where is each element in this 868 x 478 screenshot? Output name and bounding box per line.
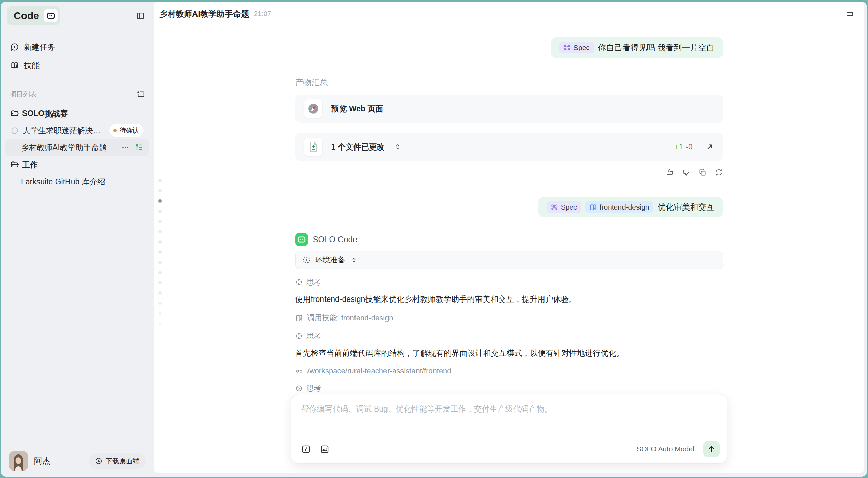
project-folder-solo[interactable]: SOLO挑战赛 xyxy=(5,105,149,122)
conversation-title: 乡村教师AI教学助手命题 xyxy=(159,9,249,19)
environment-label: 环境准备 xyxy=(315,255,345,265)
project-label: 工作 xyxy=(22,159,38,170)
spec-workflow-icon xyxy=(563,44,571,51)
thumbs-up-icon[interactable] xyxy=(666,168,674,176)
sidebar-nav: 新建任务 技能 xyxy=(1,38,154,75)
project-label: SOLO挑战赛 xyxy=(22,108,68,119)
app-window: Code 新建任务 xyxy=(1,2,867,477)
deletions-count: -0 xyxy=(686,142,693,151)
main-header: 乡村教师AI教学助手命题 21:07 xyxy=(154,2,864,26)
thinking-label: 思考 xyxy=(307,277,321,287)
brand-switcher[interactable]: Code xyxy=(7,6,60,25)
message-bubble: Spec 你自己看得见吗 我看到一片空白 xyxy=(551,37,723,58)
project-section-header: 项目列表 xyxy=(1,90,154,99)
thinking-label: 思考 xyxy=(307,384,321,393)
environment-setup-bar[interactable]: 环境准备 xyxy=(295,251,723,269)
message-text: 你自己看得见吗 我看到一片空白 xyxy=(598,42,715,53)
glasses-icon xyxy=(295,367,303,375)
image-upload-icon[interactable] xyxy=(320,445,329,454)
skill-call-step: 调用技能: frontend-design xyxy=(295,313,723,323)
composer[interactable]: 帮你编写代码、调试 Bug、优化性能等开发工作，交付生产级代码产物。 xyxy=(291,394,727,464)
message-text: 优化审美和交互 xyxy=(658,202,715,213)
model-selector[interactable]: SOLO Auto Model xyxy=(636,445,694,453)
solo-code-icon xyxy=(295,233,308,246)
spec-chip[interactable]: Spec xyxy=(547,201,581,213)
spec-chip[interactable]: Spec xyxy=(559,42,594,53)
project-item-career[interactable]: 大学生求职迷茫解决方案 待确认 xyxy=(5,122,149,139)
sidebar: Code 新建任务 xyxy=(1,2,154,477)
user-message-1: Spec 你自己看得见吗 我看到一片空白 xyxy=(295,37,723,58)
preview-web-card[interactable]: 预览 Web 页面 xyxy=(295,95,723,123)
expand-collapse-icon[interactable] xyxy=(351,257,357,263)
files-changed-card[interactable]: 1 个文件已更改 +1 -0 xyxy=(295,133,723,161)
new-task-bubble-plus-icon xyxy=(10,43,19,51)
status-badge: 待确认 xyxy=(109,124,144,137)
open-diff-arrow-icon[interactable] xyxy=(705,142,714,151)
chat-column: Spec 你自己看得见吗 我看到一片空白 产物汇总 xyxy=(295,26,723,411)
agent-name: SOLO Code xyxy=(313,235,358,244)
user-avatar[interactable] xyxy=(9,451,28,471)
composer-toolbar: SOLO Auto Model xyxy=(301,441,720,457)
spec-workflow-icon xyxy=(551,203,558,211)
project-item-larksuite[interactable]: Larksuite GitHub 库介绍 xyxy=(5,173,149,190)
project-item-rural-teacher[interactable]: 乡村教师AI教学助手命题 xyxy=(5,139,149,156)
download-icon xyxy=(95,457,102,465)
sidebar-collapse-icon[interactable] xyxy=(136,11,145,22)
additions-count: +1 xyxy=(675,142,683,151)
file-diff-icon xyxy=(304,138,322,156)
nav-label: 新建任务 xyxy=(24,42,55,52)
new-project-folder-icon[interactable] xyxy=(136,90,145,99)
task-tree-icon[interactable] xyxy=(135,143,144,152)
sidebar-item-new-task[interactable]: 新建任务 xyxy=(1,38,154,56)
diff-card-title: 1 个文件已更改 xyxy=(331,142,385,152)
message-actions xyxy=(295,168,723,176)
nav-label: 技能 xyxy=(24,60,40,71)
copy-icon[interactable] xyxy=(698,168,707,176)
sidebar-item-skills[interactable]: 技能 xyxy=(1,56,154,75)
composer-placeholder: 帮你编写代码、调试 Bug、优化性能等开发工作，交付生产级代码产物。 xyxy=(301,404,717,414)
badge-label: 待确认 xyxy=(120,126,139,135)
project-label: 大学生求职迷茫解决方案 xyxy=(22,125,105,136)
book-icon xyxy=(10,61,19,70)
compass-icon xyxy=(304,99,322,118)
send-button[interactable] xyxy=(703,441,720,457)
user-name: 阿杰 xyxy=(34,456,50,466)
project-label: Larksuite GitHub 库介绍 xyxy=(21,176,105,187)
frontend-design-chip[interactable]: frontend-design xyxy=(585,201,653,213)
folder-open-icon xyxy=(10,160,19,169)
project-folder-work[interactable]: 工作 xyxy=(5,156,149,173)
sidebar-footer: 阿杰 下载桌面端 xyxy=(1,451,154,471)
thinking-step: 思考 xyxy=(295,331,723,341)
brain-icon xyxy=(295,332,303,340)
panel-options-icon[interactable] xyxy=(846,10,854,18)
regenerate-icon[interactable] xyxy=(715,168,723,176)
download-label: 下载桌面端 xyxy=(106,457,140,466)
thinking-step: 思考 xyxy=(295,384,723,393)
project-list: SOLO挑战赛 大学生求职迷茫解决方案 待确认 乡村教师AI教学助手命题 xyxy=(1,105,154,190)
environment-icon xyxy=(302,256,311,264)
agent-paragraph: 首先检查当前前端代码库的结构，了解现有的界面设计和交互模式，以便有针对性地进行优… xyxy=(295,348,723,358)
agent-paragraph: 使用frontend-design技能来优化乡村教师教学助手的审美和交互，提升用… xyxy=(295,294,723,305)
expand-collapse-icon[interactable] xyxy=(394,143,401,150)
slash-command-icon[interactable] xyxy=(301,445,311,454)
book-icon xyxy=(295,314,303,322)
chat-area: Spec 你自己看得见吗 我看到一片空白 产物汇总 xyxy=(154,26,864,473)
status-circle-icon xyxy=(11,127,18,135)
agent-header: SOLO Code xyxy=(295,233,723,246)
message-timeline[interactable] xyxy=(158,179,162,325)
brand-label: Code xyxy=(14,10,39,21)
message-bubble: Spec frontend-design 优化审美和交互 xyxy=(538,197,723,217)
path-step: /workspace/rural-teacher-assistant/front… xyxy=(295,367,723,375)
user-message-2: Spec frontend-design 优化审美和交互 xyxy=(295,197,723,217)
download-desktop-button[interactable]: 下载桌面端 xyxy=(89,453,146,469)
skill-call-label: 调用技能: frontend-design xyxy=(307,313,393,323)
thinking-label: 思考 xyxy=(307,331,321,341)
folder-open-icon xyxy=(10,109,19,118)
thumbs-down-icon[interactable] xyxy=(682,168,690,176)
chip-label: Spec xyxy=(561,203,577,211)
artifacts-heading: 产物汇总 xyxy=(295,77,723,88)
pending-dot-icon xyxy=(113,129,117,132)
preview-card-title: 预览 Web 页面 xyxy=(331,104,383,114)
arrow-up-icon xyxy=(707,445,716,453)
more-ellipsis-icon[interactable] xyxy=(121,143,129,152)
